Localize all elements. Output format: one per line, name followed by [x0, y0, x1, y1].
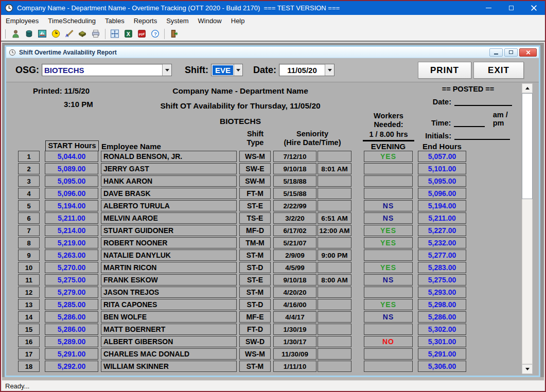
triangle-up-icon	[525, 87, 530, 90]
picture-icon[interactable]	[36, 28, 49, 40]
vertical-scrollbar[interactable]	[522, 83, 533, 374]
report-close-button[interactable]	[519, 48, 537, 57]
start-hours-cell: 5,044.00	[45, 151, 98, 162]
report-window: Shift Overtime Availability Report OSG: …	[5, 45, 540, 377]
menu-bar: EmployeesTimeSchedulingTablesReportsSyst…	[1, 15, 545, 27]
availability-cell: NS	[364, 200, 413, 211]
hire-time-cell	[318, 299, 351, 310]
minimize-button[interactable]	[477, 1, 500, 15]
row-number-cell: 10	[18, 262, 40, 273]
chevron-down-icon[interactable]	[325, 64, 334, 76]
menu-item-tables[interactable]: Tables	[100, 15, 129, 27]
table-row: 175,291.00CHARLES MAC DONALDWS-M11/30/09…	[18, 348, 466, 360]
window-arrange-icon[interactable]	[108, 28, 121, 40]
shift-dropdown[interactable]: EVE	[211, 64, 243, 76]
posted-ampm: am / pm	[493, 111, 521, 127]
availability-cell	[364, 361, 413, 372]
end-hours-cell: 5,293.00	[418, 287, 466, 298]
shift-type-cell: ST-E	[239, 274, 271, 286]
shift-type-cell: WS-M	[239, 151, 271, 162]
printed-time: 3:10 PM	[33, 100, 93, 109]
scrollbar-thumb[interactable]	[522, 93, 533, 199]
column-header-evening: EVENING	[364, 142, 413, 151]
row-number-cell: 11	[18, 274, 40, 286]
scroll-up-button[interactable]	[522, 83, 533, 93]
employee-name-cell: CHARLES MAC DONALD	[101, 348, 237, 360]
end-hours-cell: 5,298.00	[418, 299, 466, 310]
clock-icon[interactable]	[49, 28, 62, 40]
hire-date-cell: 2/22/99	[273, 200, 316, 211]
end-hours-cell: 5,275.00	[418, 274, 466, 286]
posted-block: == POSTED == Date: Time: am / pm Initial…	[415, 85, 521, 140]
menu-item-reports[interactable]: Reports	[129, 15, 162, 27]
row-number-cell: 4	[18, 188, 40, 199]
shift-type-cell: SW-E	[239, 163, 271, 174]
availability-cell: YES	[364, 299, 413, 310]
report-window-title-bar: Shift Overtime Availability Report	[6, 47, 539, 58]
mdi-area: Shift Overtime Availability Report OSG: …	[2, 43, 544, 377]
hire-date-cell: 7/12/10	[273, 151, 316, 162]
hire-time-cell	[318, 262, 351, 273]
database-icon[interactable]	[22, 28, 36, 40]
table-row: 35,095.00HANK AARONSW-M5/18/885,095.00	[18, 175, 466, 187]
shift-type-cell: MF-E	[239, 311, 271, 323]
row-number-cell: 6	[18, 212, 40, 224]
shift-type-cell: ST-M	[239, 287, 271, 298]
start-hours-cell: 5,263.00	[45, 250, 98, 261]
employee-name-cell: ALBERT GIBERSON	[101, 336, 237, 347]
osg-dropdown[interactable]: BIOTECHS	[42, 64, 172, 76]
hire-date-cell: 5/21/07	[273, 237, 316, 248]
chevron-down-icon[interactable]	[162, 64, 171, 76]
svg-text:?: ?	[153, 31, 156, 37]
menu-item-timescheduling[interactable]: TimeScheduling	[43, 15, 100, 27]
hire-date-cell: 2/9/09	[273, 250, 316, 261]
report-minimize-button[interactable]	[489, 48, 503, 57]
menu-item-window[interactable]: Window	[193, 15, 226, 27]
maximize-button[interactable]	[500, 1, 522, 15]
report-restore-button[interactable]	[504, 48, 518, 57]
scroll-down-button[interactable]	[522, 364, 533, 374]
exit-button[interactable]: EXIT	[473, 62, 524, 79]
edit-pen-icon[interactable]: A	[62, 28, 76, 40]
shift-type-cell: ST-M	[239, 361, 271, 372]
table-row: 145,286.00BEN WOLFEMF-E4/4/17NS5,286.00	[18, 311, 466, 323]
chevron-down-icon[interactable]	[234, 64, 242, 76]
hire-time-cell	[318, 348, 351, 360]
help-icon[interactable]: ?	[148, 28, 162, 40]
report-group: BIOTECHS	[91, 117, 390, 126]
availability-cell: NS	[364, 311, 413, 323]
employees-icon[interactable]	[9, 28, 22, 40]
hire-time-cell: 9:00 PM	[318, 250, 351, 261]
hire-date-cell: 4/4/17	[273, 311, 316, 323]
shift-type-cell: ST-D	[239, 262, 271, 273]
availability-cell	[364, 348, 413, 360]
table-row: 155,286.00MATT BOERNERTFT-D1/30/195,302.…	[18, 324, 466, 335]
end-hours-cell: 5,096.00	[418, 188, 466, 199]
shift-type-cell: TS-E	[239, 212, 271, 224]
close-button[interactable]	[522, 1, 545, 15]
print-icon[interactable]	[89, 28, 102, 40]
menu-item-system[interactable]: System	[162, 15, 193, 27]
menu-item-employees[interactable]: Employees	[1, 15, 43, 27]
end-hours-cell: 5,211.00	[418, 212, 466, 224]
pdf-export-icon[interactable]: PDF	[135, 28, 148, 40]
posted-title: == POSTED ==	[415, 85, 521, 93]
print-button[interactable]: PRINT	[418, 62, 471, 79]
report-controls: OSG: BIOTECHS Shift: EVE Date: 11/05/20 …	[6, 58, 539, 82]
availability-cell	[364, 163, 413, 174]
hire-time-cell: 12:00 AM	[318, 225, 351, 236]
row-number-cell: 7	[18, 225, 40, 236]
employee-name-cell: MATT BOERNERT	[101, 324, 237, 335]
availability-cell	[364, 324, 413, 335]
excel-export-icon[interactable]: X	[121, 28, 135, 40]
date-label: Date:	[253, 65, 276, 76]
exit-door-icon[interactable]	[167, 28, 181, 40]
menu-item-help[interactable]: Help	[226, 15, 250, 27]
status-text: Ready...	[5, 382, 29, 390]
posted-date-label: Date:	[415, 98, 451, 106]
availability-cell	[364, 175, 413, 187]
toolbar-grip	[4, 29, 6, 39]
date-dropdown[interactable]: 11/05/20	[279, 64, 334, 76]
book-icon[interactable]	[76, 28, 89, 40]
report-body: Printed: 11/5/20 3:10 PM Company Name - …	[6, 82, 539, 376]
